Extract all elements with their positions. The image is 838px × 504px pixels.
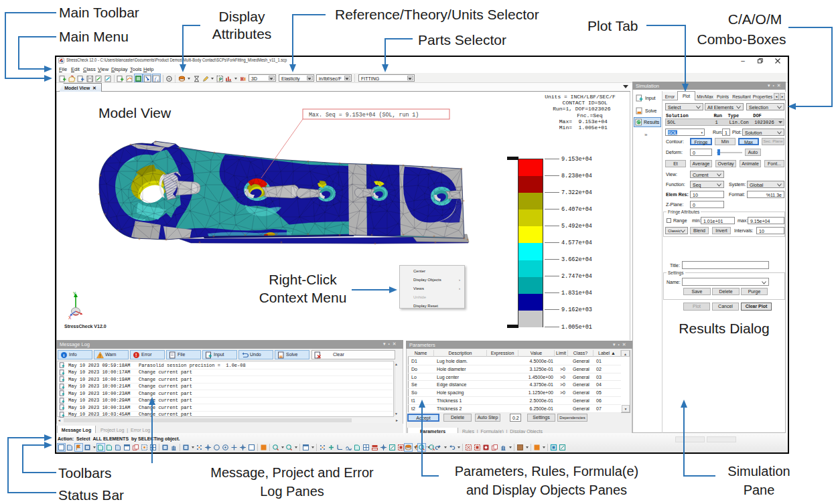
svg-text:!: ! — [135, 352, 137, 358]
svg-text:Y: Y — [73, 291, 76, 296]
svg-text:i: i — [63, 353, 64, 358]
svg-text:X: X — [68, 315, 72, 320]
svg-text:Max. Seq = 9.153e+04 (SOL, r: Max. Seq = 9.153e+04 (SOL, run 1) — [309, 112, 419, 118]
svg-text:!: ! — [99, 353, 100, 358]
svg-text:P: P — [219, 77, 222, 82]
